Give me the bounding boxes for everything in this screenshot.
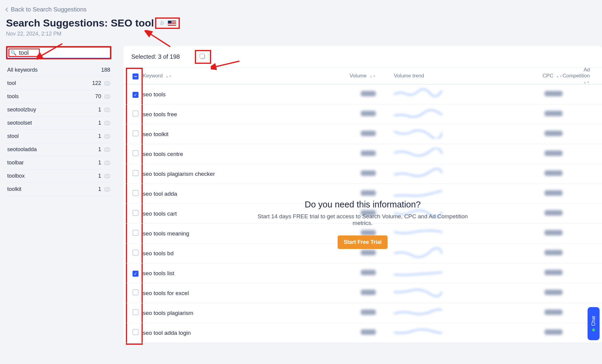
row-volume-blurred xyxy=(361,170,376,176)
keyword-filter-item[interactable]: seotoolzbuy1 xyxy=(6,103,111,117)
row-trend-sparkline xyxy=(394,188,442,198)
table-row: ✓seo tools list xyxy=(123,263,602,283)
row-trend-sparkline xyxy=(394,307,442,317)
keyword-filter-item[interactable]: toolbar1 xyxy=(6,156,111,170)
keyword-filter-count: 1 xyxy=(98,120,101,126)
keyword-filter-label: toolbar xyxy=(7,160,24,166)
row-cpc-blurred xyxy=(544,111,563,116)
annotation-box-engine-flag: b xyxy=(155,17,180,29)
eye-icon[interactable] xyxy=(104,121,110,125)
row-cpc-blurred xyxy=(544,329,563,335)
table-row: seo tools plagiarism xyxy=(123,303,602,323)
row-keyword: seo tools plagiarism checker xyxy=(143,171,215,177)
row-keyword: seo tool adda login xyxy=(143,330,191,336)
row-keyword: seo toolkit xyxy=(143,131,169,137)
copy-button[interactable] xyxy=(198,52,208,62)
eye-icon[interactable] xyxy=(104,187,110,191)
search-field-container[interactable]: 🔍 xyxy=(7,47,110,58)
row-keyword: seo tools centre xyxy=(143,151,183,157)
row-trend-sparkline xyxy=(394,89,442,99)
keyword-filter-item[interactable]: toolkit1 xyxy=(6,183,111,196)
table-row: seo tool adda login xyxy=(123,323,602,343)
row-checkbox[interactable] xyxy=(133,150,139,156)
eye-icon[interactable] xyxy=(104,95,110,99)
page-title-query: SEO tool xyxy=(111,17,154,29)
keyword-filter-label: seotoolset xyxy=(7,120,32,126)
row-volume-blurred xyxy=(361,151,376,156)
keyword-filter-count: 1 xyxy=(98,107,101,113)
row-cpc-blurred xyxy=(544,131,563,136)
keyword-filter-all[interactable]: All keywords 188 xyxy=(6,64,111,77)
keyword-filter-count: 1 xyxy=(98,133,101,139)
row-volume-blurred xyxy=(361,111,376,116)
back-link-label: Back to Search Suggestions xyxy=(11,6,86,13)
eye-icon[interactable] xyxy=(104,81,110,86)
eye-icon[interactable] xyxy=(104,148,110,152)
keyword-filter-list: All keywords 188 tool122tools70seotoolzb… xyxy=(6,64,111,196)
row-cpc-blurred xyxy=(544,250,563,255)
eye-icon[interactable] xyxy=(104,174,110,178)
keyword-filter-label: seotoolzbuy xyxy=(7,107,36,113)
row-checkbox[interactable]: ✓ xyxy=(133,92,139,98)
row-checkbox[interactable] xyxy=(133,309,139,315)
row-checkbox[interactable] xyxy=(133,289,139,295)
row-checkbox[interactable]: ✓ xyxy=(133,271,139,277)
annotation-box-copy xyxy=(195,50,211,64)
selected-count: Selected: 3 of 198 xyxy=(131,53,180,60)
trial-title: Do you need this information? xyxy=(123,200,602,210)
start-free-trial-button[interactable]: Start Free Trial xyxy=(338,235,388,249)
back-link[interactable]: Back to Search Suggestions xyxy=(6,6,86,13)
row-checkbox[interactable] xyxy=(133,329,139,335)
keyword-filter-item[interactable]: stool1 xyxy=(6,130,111,143)
table-header: Keyword ▲▼ Volume ▲▼ Volume trend CPC xyxy=(123,68,602,85)
column-keyword[interactable]: Keyword xyxy=(143,73,163,79)
keyword-filter-count: 122 xyxy=(92,80,101,86)
column-volume[interactable]: Volume xyxy=(350,73,367,79)
sort-icon: ▲▼ xyxy=(583,81,590,83)
column-cpc[interactable]: CPC xyxy=(543,73,554,79)
keyword-filter-label: tools xyxy=(7,93,19,100)
row-checkbox[interactable] xyxy=(133,110,139,117)
chat-label: Chat xyxy=(591,316,596,326)
row-checkbox[interactable] xyxy=(133,130,139,136)
row-cpc-blurred xyxy=(544,151,563,156)
eye-icon[interactable] xyxy=(104,161,110,165)
keyword-filter-label: stool xyxy=(7,133,19,139)
column-volume-trend: Volume trend xyxy=(394,73,424,79)
timestamp: Nov 22, 2024, 2:12 PM xyxy=(6,31,596,37)
select-all-checkbox[interactable] xyxy=(133,73,139,79)
eye-icon[interactable] xyxy=(104,108,110,112)
chat-widget[interactable]: Chat xyxy=(588,307,600,340)
row-volume-blurred xyxy=(361,250,376,255)
keyword-filter-item[interactable]: toolbox1 xyxy=(6,170,111,183)
flag-us-icon xyxy=(168,20,176,26)
column-ad-competition[interactable]: Ad Competition xyxy=(563,67,590,79)
row-volume-blurred xyxy=(361,270,376,275)
row-keyword: seo tools list xyxy=(143,270,174,276)
row-checkbox[interactable] xyxy=(133,250,139,256)
keyword-filter-item[interactable]: seotoolset1 xyxy=(6,117,111,130)
search-input[interactable] xyxy=(19,49,107,56)
trial-overlay: Do you need this information? Start 14 d… xyxy=(123,200,602,249)
row-keyword: seo tools for excel xyxy=(143,290,189,296)
keyword-filter-label: seotooladda xyxy=(7,146,37,153)
keyword-filter-item[interactable]: tool122 xyxy=(6,77,111,90)
row-trend-sparkline xyxy=(394,267,442,278)
row-cpc-blurred xyxy=(544,91,563,96)
row-keyword: seo tools free xyxy=(143,111,177,117)
keyword-filter-count: 1 xyxy=(98,173,101,179)
row-trend-sparkline xyxy=(394,168,442,178)
row-cpc-blurred xyxy=(544,310,563,315)
keyword-filter-item[interactable]: tools70 xyxy=(6,90,111,103)
eye-icon[interactable] xyxy=(104,134,110,138)
row-checkbox[interactable] xyxy=(133,170,139,176)
row-trend-sparkline xyxy=(394,148,442,158)
row-trend-sparkline xyxy=(394,287,442,297)
keyword-filter-label: tool xyxy=(7,80,16,86)
row-checkbox[interactable] xyxy=(133,190,139,196)
table-row: seo tools for excel xyxy=(123,283,602,303)
row-trend-sparkline xyxy=(394,327,442,337)
keyword-filter-count: 1 xyxy=(98,186,101,192)
keyword-filter-item[interactable]: seotooladda1 xyxy=(6,143,111,156)
row-volume-blurred xyxy=(361,310,376,315)
